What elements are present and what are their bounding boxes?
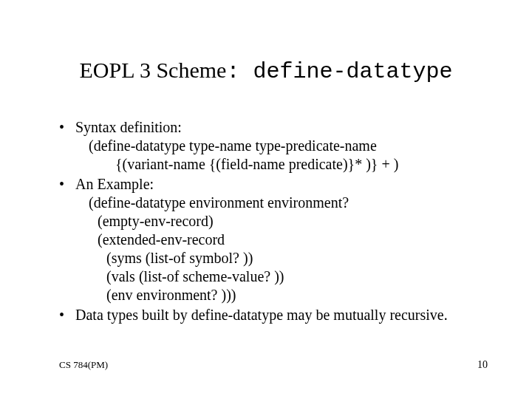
code-line: (define-datatype environment environment…: [75, 194, 488, 212]
slide-title: EOPL 3 Scheme: define-datatype: [0, 58, 532, 84]
bullet-item: Syntax definition: (define-datatype type…: [59, 118, 488, 174]
bullet-label: Data types built by define-datatype may …: [75, 307, 448, 323]
slide: EOPL 3 Scheme: define-datatype Syntax de…: [0, 0, 532, 399]
footer-course: CS 784(PM): [59, 359, 108, 371]
bullet-label: Syntax definition:: [75, 119, 182, 135]
code-line: (empty-env-record): [75, 212, 488, 231]
slide-body: Syntax definition: (define-datatype type…: [59, 118, 488, 326]
bullet-item: An Example: (define-datatype environment…: [59, 175, 488, 304]
title-mono: : define-datatype: [226, 59, 452, 84]
title-prefix: EOPL 3 Scheme: [80, 58, 227, 82]
bullet-list: Syntax definition: (define-datatype type…: [59, 118, 488, 324]
slide-number: 10: [477, 359, 488, 371]
code-line: (vals (list-of scheme-value? )): [75, 267, 488, 286]
bullet-item: Data types built by define-datatype may …: [59, 306, 488, 324]
code-line: {(variant-name {(field-name predicate)}*…: [75, 155, 488, 174]
code-line: (define-datatype type-name type-predicat…: [75, 137, 488, 155]
code-line: (syms (list-of symbol? )): [75, 249, 488, 267]
code-line: (extended-env-record: [75, 231, 488, 249]
code-line: (env environment? ))): [75, 286, 488, 304]
bullet-label: An Example:: [75, 176, 154, 192]
